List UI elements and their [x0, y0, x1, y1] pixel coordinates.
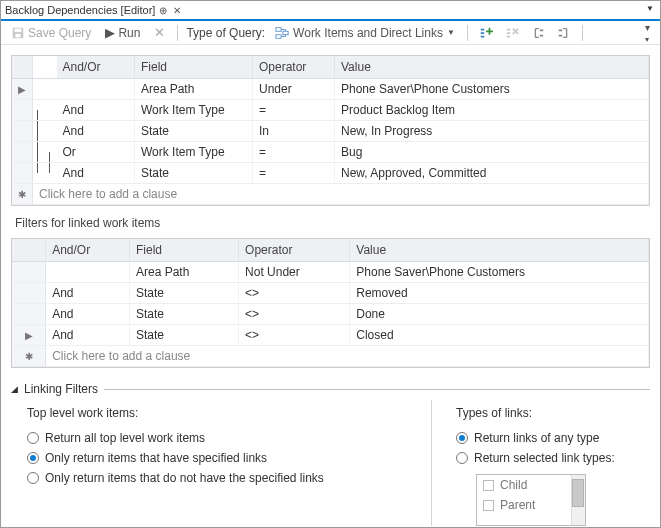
clause-row[interactable]: OrWork Item Type=Bug [12, 142, 649, 163]
clause-row[interactable]: AndState<>Removed [12, 283, 649, 304]
value-cell[interactable]: Closed [350, 325, 649, 346]
link-type-radio[interactable]: Return links of any type [456, 428, 650, 448]
row-gutter[interactable] [12, 163, 33, 184]
group-clause-icon-button[interactable] [528, 24, 548, 42]
operator-cell[interactable]: <> [239, 304, 350, 325]
clause-row[interactable]: AndWork Item Type=Product Backlog Item [12, 100, 649, 121]
toolbar-overflow[interactable]: ▾▾ [645, 22, 654, 44]
andor-cell[interactable]: And [46, 283, 130, 304]
clause-row[interactable]: AndState<>Done [12, 304, 649, 325]
top-level-radio[interactable]: Return all top level work items [27, 428, 431, 448]
value-cell[interactable]: Bug [335, 142, 649, 163]
col-operator[interactable]: Operator [239, 239, 350, 262]
col-operator[interactable]: Operator [253, 56, 335, 79]
field-cell[interactable]: State [135, 121, 253, 142]
row-gutter[interactable] [12, 283, 46, 304]
add-clause-placeholder: Click here to add a clause [33, 184, 649, 205]
new-row-icon: ✱ [12, 184, 33, 205]
link-type-radio[interactable]: Return selected link types: [456, 448, 650, 468]
andor-cell[interactable] [57, 79, 135, 100]
clause-row[interactable]: ▶AndState<>Closed [12, 325, 649, 346]
field-cell[interactable]: Area Path [135, 79, 253, 100]
row-gutter[interactable] [12, 142, 33, 163]
andor-cell[interactable]: And [57, 163, 135, 184]
row-gutter[interactable]: ▶ [12, 79, 33, 100]
operator-cell[interactable]: = [253, 163, 335, 184]
top-level-radio[interactable]: Only return items that do not have the s… [27, 468, 431, 488]
clause-row[interactable]: AndState=New, Approved, Committed [12, 163, 649, 184]
query-type-dropdown[interactable]: Work Items and Direct Links ▼ [271, 24, 459, 42]
row-gutter[interactable] [12, 100, 33, 121]
top-level-radio[interactable]: Only return items that have specified li… [27, 448, 431, 468]
andor-cell[interactable]: And [57, 121, 135, 142]
ungroup-clause-icon-button[interactable] [554, 24, 574, 42]
close-icon[interactable]: ✕ [173, 5, 181, 16]
tab-overflow-dropdown[interactable]: ▼ [646, 4, 654, 13]
row-gutter[interactable]: ▶ [12, 325, 46, 346]
row-gutter[interactable] [12, 304, 46, 325]
value-cell[interactable]: Product Backlog Item [335, 100, 649, 121]
field-cell[interactable]: State [135, 163, 253, 184]
col-andor[interactable]: And/Or [57, 56, 135, 79]
operator-cell[interactable]: In [253, 121, 335, 142]
col-field[interactable]: Field [135, 56, 253, 79]
operator-cell[interactable]: <> [239, 283, 350, 304]
pin-icon[interactable]: ⊕ [159, 5, 167, 16]
radio-icon [27, 432, 39, 444]
delete-button[interactable]: ✕ [150, 24, 169, 41]
value-cell[interactable]: Done [350, 304, 649, 325]
andor-cell[interactable]: Or [57, 142, 135, 163]
value-cell[interactable]: Phone Saver\Phone Customers [335, 79, 649, 100]
col-field[interactable]: Field [129, 239, 238, 262]
clause-row[interactable]: AndStateInNew, In Progress [12, 121, 649, 142]
andor-cell[interactable] [46, 262, 130, 283]
value-cell[interactable]: Phone Saver\Phone Customers [350, 262, 649, 283]
field-cell[interactable]: State [129, 283, 238, 304]
svg-rect-3 [276, 27, 281, 31]
link-type-item[interactable]: Child [477, 475, 585, 495]
add-clause-row[interactable]: ✱ Click here to add a clause [12, 346, 649, 367]
field-cell[interactable]: Area Path [129, 262, 238, 283]
linked-query-grid: And/Or Field Operator Value Area PathNot… [11, 238, 650, 368]
link-type-item[interactable]: Parent [477, 495, 585, 515]
radio-label: Only return items that have specified li… [45, 451, 267, 465]
svg-rect-5 [283, 31, 288, 35]
svg-rect-1 [15, 28, 22, 32]
save-query-button[interactable]: Save Query [7, 24, 95, 42]
andor-cell[interactable]: And [57, 100, 135, 121]
field-cell[interactable]: Work Item Type [135, 100, 253, 121]
radio-label: Only return items that do not have the s… [45, 471, 324, 485]
row-gutter[interactable] [12, 121, 33, 142]
clause-row[interactable]: Area PathNot UnderPhone Saver\Phone Cust… [12, 262, 649, 283]
value-cell[interactable]: New, In Progress [335, 121, 649, 142]
clause-row[interactable]: ▶Area PathUnderPhone Saver\Phone Custome… [12, 79, 649, 100]
col-value[interactable]: Value [350, 239, 649, 262]
andor-cell[interactable]: And [46, 304, 130, 325]
field-cell[interactable]: Work Item Type [135, 142, 253, 163]
operator-cell[interactable]: Under [253, 79, 335, 100]
linking-filters-title: Linking Filters [24, 382, 98, 396]
document-tab[interactable]: Backlog Dependencies [Editor] ⊕ ✕ [1, 0, 185, 20]
value-cell[interactable]: Removed [350, 283, 649, 304]
save-label: Save Query [28, 26, 91, 40]
value-cell[interactable]: New, Approved, Committed [335, 163, 649, 184]
andor-cell[interactable]: And [46, 325, 130, 346]
linked-section-title: Filters for linked work items [1, 206, 660, 234]
field-cell[interactable]: State [129, 325, 238, 346]
scrollbar-thumb[interactable] [572, 479, 584, 507]
field-cell[interactable]: State [129, 304, 238, 325]
add-clause-icon-button[interactable] [476, 24, 496, 42]
remove-clause-icon-button[interactable] [502, 24, 522, 42]
col-value[interactable]: Value [335, 56, 649, 79]
collapse-icon[interactable]: ◢ [11, 384, 18, 394]
operator-cell[interactable]: = [253, 142, 335, 163]
group-bracket [45, 121, 57, 142]
row-gutter[interactable] [12, 262, 46, 283]
operator-cell[interactable]: <> [239, 325, 350, 346]
operator-cell[interactable]: Not Under [239, 262, 350, 283]
run-button[interactable]: ▶ Run [101, 24, 144, 42]
col-andor[interactable]: And/Or [46, 239, 130, 262]
operator-cell[interactable]: = [253, 100, 335, 121]
add-clause-row[interactable]: ✱ Click here to add a clause [12, 184, 649, 205]
link-types-listbox[interactable]: ChildParent [476, 474, 586, 526]
